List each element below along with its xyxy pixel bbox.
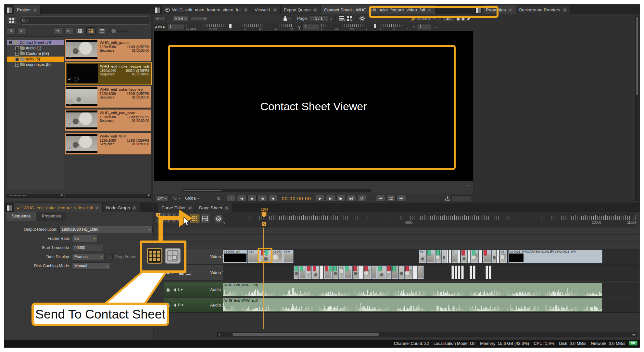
gamma-bottle-icon[interactable] — [283, 16, 287, 21]
view-preset-8[interactable]: 8 — [167, 219, 171, 223]
red-tag-icon[interactable] — [461, 250, 465, 255]
timeline-video-clip[interactable] — [458, 250, 460, 263]
play-backward-button[interactable]: ◀ — [268, 195, 277, 202]
timeline-video-clip[interactable]: V2 — [435, 250, 442, 263]
tree-item-audio[interactable]: + audio (1) — [7, 46, 64, 51]
timeline-video-clip[interactable] — [470, 266, 472, 279]
flipbook-export-icon[interactable] — [445, 196, 450, 201]
range-select[interactable]: Global▾ — [183, 196, 201, 201]
timeline-video-clip[interactable]: V2-0001_WH — [223, 250, 247, 263]
close-icon[interactable]: ✕ — [188, 206, 192, 210]
timecode-mode-select[interactable]: TC▾ — [170, 196, 182, 201]
track-header-video-2[interactable]: Video 2 — [164, 249, 227, 265]
timeline-video-clip[interactable]: V2 — [483, 250, 492, 263]
timeline-video-clip[interactable] — [455, 266, 457, 279]
sequence-tab-0[interactable]: ≡⁺ WHG_edit_nuke_feature_video_full ✕ — [14, 203, 103, 212]
list-sort-az-icon[interactable]: ᴬz̦ — [53, 27, 62, 34]
timeline-video-clip[interactable]: V1 — [377, 266, 386, 279]
green-tag-icon[interactable] — [295, 266, 298, 271]
timeline-video-clip[interactable]: V2 — [500, 250, 507, 263]
green-tag-icon[interactable] — [472, 250, 475, 255]
timeline-video-clip[interactable]: V1 — [324, 266, 332, 279]
lock-icon[interactable] — [167, 305, 170, 307]
tab-project[interactable]: Project ✕ — [14, 5, 41, 14]
timeline-video-clip[interactable] — [486, 266, 488, 279]
red-tag-icon[interactable] — [313, 266, 316, 271]
clip-list-item-4[interactable]: WHG_edit_WIP 1920x10801316f @25FPS Seque… — [65, 133, 151, 155]
red-tag-icon[interactable] — [364, 266, 368, 271]
timeline-video-clip[interactable]: V1 — [404, 266, 413, 279]
viewer-tab-3[interactable]: Contact Sheet - WHG_edit_nuke_feature_vi… — [321, 5, 435, 14]
timeline-video-clip[interactable] — [398, 266, 404, 279]
close-icon[interactable]: ✕ — [427, 8, 432, 12]
timeline-video-clip[interactable] — [473, 266, 475, 279]
viewer-tab-1[interactable]: Viewer1 ✕ — [251, 5, 281, 14]
timeline-video-clip[interactable]: V2 — [419, 250, 426, 263]
track-lane-video-1[interactable]: V1 V1 V1 V1 V1 V1 — [223, 265, 639, 280]
green-tag-icon[interactable] — [300, 266, 303, 271]
green-tag-icon[interactable] — [329, 266, 332, 271]
timeline-audio-clip[interactable]: WHG_Edit (WHG_Edit) — [223, 298, 602, 312]
contact-sheet-grid-icon[interactable] — [347, 16, 353, 21]
timeline-video-clip[interactable] — [359, 266, 363, 279]
to-end-button[interactable]: ▶| — [347, 195, 356, 202]
thumb-view-icon[interactable] — [75, 27, 84, 34]
channel-select[interactable]: R ▾ — [178, 303, 183, 307]
lock-icon[interactable] — [167, 272, 170, 274]
field-frame-rate[interactable]: 25▾ — [72, 235, 97, 242]
clip-list-item-3[interactable]: WHG_edit_pan_scan 1920x10801710f @25FPS … — [65, 109, 151, 131]
timeline-video-clip[interactable] — [320, 266, 323, 279]
field-disk-caching-mode[interactable]: Manual▾ — [72, 262, 110, 269]
timeline-video-clip[interactable] — [371, 266, 377, 279]
timeline-video-clip[interactable] — [339, 266, 344, 279]
viewer-tab-0[interactable]: WHG_edit_nuke_feature_video_full ✕ — [162, 5, 251, 14]
channel-select[interactable]: RGB▾ — [172, 16, 188, 21]
speaker-icon[interactable] — [172, 304, 176, 307]
contact-sheet-rows-icon[interactable] — [339, 16, 345, 21]
view-preset-9[interactable]: 9 — [172, 219, 176, 223]
timeline-video-clip[interactable] — [386, 266, 391, 279]
timeline-video-clip[interactable] — [417, 266, 424, 279]
input-select[interactable]: ▾ — [155, 17, 166, 21]
timeline-video-clip[interactable] — [468, 250, 471, 263]
view-preset-2[interactable]: 2 — [161, 213, 166, 218]
view-preset-5[interactable]: 5 — [177, 213, 181, 218]
timeline-video-clip[interactable] — [446, 250, 448, 263]
field-start-timecode[interactable]: 90000 — [72, 244, 103, 251]
close-icon[interactable]: ✕ — [95, 206, 99, 210]
track-header-audio-2[interactable]: R ▾Audio 2 — [164, 298, 227, 313]
clip-list-item-0[interactable]: WHG_edit_grade 1920x10801710f @25FPS Seq… — [65, 39, 151, 61]
close-icon[interactable]: ✕ — [132, 206, 136, 210]
timeline-hscrollbar[interactable]: ◀ ◀▶ — [217, 332, 637, 337]
layer-select[interactable]: ▾ — [190, 17, 208, 21]
timecode-display[interactable]: 00:00:00:00 — [279, 196, 314, 201]
timeline-video-clip[interactable] — [489, 266, 491, 279]
timeline-audio-clip[interactable]: WHG_Edit (WHG_Edit) — [223, 283, 602, 296]
view-preset-10[interactable]: 10 — [177, 219, 181, 223]
red-tag-icon[interactable] — [387, 266, 391, 271]
timeline-video-clip[interactable] — [442, 250, 446, 263]
detail-view-icon[interactable] — [86, 27, 95, 34]
gear-icon[interactable] — [360, 16, 365, 21]
mark-in-button[interactable]: I — [227, 195, 236, 202]
timeline-video-clip[interactable]: V — [451, 250, 458, 263]
layers-icon[interactable] — [167, 255, 171, 259]
timeline-video-clip[interactable]: V2 — [471, 250, 479, 263]
track-lane-video-2[interactable]: V2-0001_WH V2-0 2-0 V2-000 V2-0 V2 V2 V2… — [223, 249, 639, 265]
track-lane-audio-1[interactable]: WHG_Edit (WHG_Edit) — [223, 282, 639, 297]
saturation-field[interactable]: 1 — [417, 24, 431, 30]
speaker-icon[interactable] — [172, 288, 176, 292]
field-output-resolution[interactable]: 1920x1080 HD_1080▾ — [59, 226, 153, 233]
timeline-video-clip[interactable]: V1 — [312, 266, 320, 279]
close-icon[interactable]: ✕ — [33, 8, 37, 12]
step-back-button[interactable]: ◀ — [258, 195, 267, 202]
close-icon[interactable]: ✕ — [224, 206, 229, 210]
play-forward-button[interactable]: ▶ — [316, 195, 325, 202]
gain-field[interactable]: 1 — [167, 24, 184, 30]
timeline-video-clip[interactable]: V2-000 — [271, 250, 283, 263]
list-hscrollbar[interactable]: ◀▶ — [65, 194, 151, 198]
mark-out-button[interactable]: O — [357, 195, 366, 202]
timeline-video-clip[interactable]: 2-0 — [260, 250, 272, 263]
timeline-video-clip[interactable] — [391, 266, 398, 279]
red-tag-icon[interactable] — [405, 266, 409, 271]
